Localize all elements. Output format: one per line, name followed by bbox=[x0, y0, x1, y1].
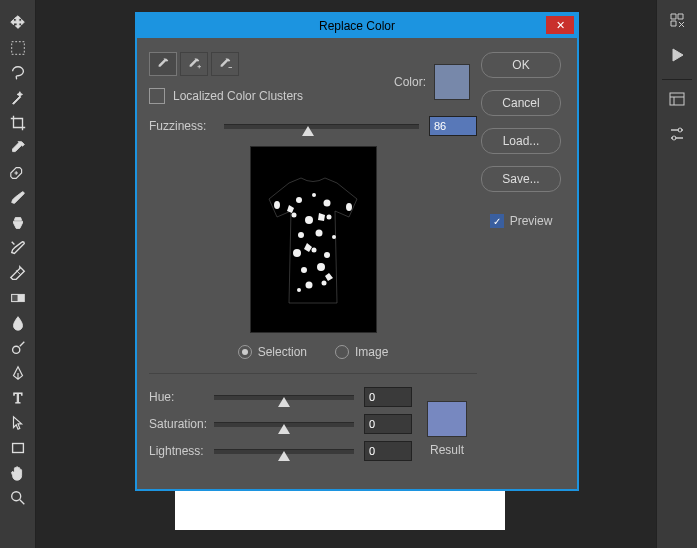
lightness-thumb[interactable] bbox=[278, 451, 290, 461]
color-label: Color: bbox=[394, 75, 426, 89]
svg-point-22 bbox=[301, 267, 307, 273]
saturation-thumb[interactable] bbox=[278, 424, 290, 434]
hue-label: Hue: bbox=[149, 390, 214, 404]
svg-point-12 bbox=[323, 200, 330, 207]
load-button[interactable]: Load... bbox=[481, 128, 561, 154]
clone-tool-icon[interactable] bbox=[0, 210, 35, 235]
svg-point-13 bbox=[291, 213, 296, 218]
right-toolbar bbox=[656, 0, 697, 548]
eyedropper-button[interactable] bbox=[149, 52, 177, 76]
svg-point-11 bbox=[312, 193, 316, 197]
svg-point-3 bbox=[12, 346, 19, 353]
svg-point-26 bbox=[297, 288, 301, 292]
svg-point-18 bbox=[332, 235, 336, 239]
magic-wand-tool-icon[interactable] bbox=[0, 85, 35, 110]
tshirt-mask-preview bbox=[259, 175, 367, 315]
lasso-tool-icon[interactable] bbox=[0, 60, 35, 85]
hsl-sliders: Hue: Saturation: Lightness: bbox=[149, 388, 417, 469]
healing-tool-icon[interactable] bbox=[0, 160, 35, 185]
fuzziness-thumb[interactable] bbox=[302, 126, 314, 136]
play-icon[interactable] bbox=[662, 40, 692, 70]
svg-point-16 bbox=[298, 232, 304, 238]
svg-point-10 bbox=[296, 197, 302, 203]
eyedropper-subtract-button[interactable] bbox=[211, 52, 239, 76]
eraser-tool-icon[interactable] bbox=[0, 260, 35, 285]
selection-radio[interactable]: Selection bbox=[238, 345, 307, 359]
saturation-row: Saturation: bbox=[149, 415, 417, 433]
selection-radio-label: Selection bbox=[258, 345, 307, 359]
result-color-swatch[interactable] bbox=[427, 401, 467, 437]
hand-tool-icon[interactable] bbox=[0, 460, 35, 485]
zoom-tool-icon[interactable] bbox=[0, 485, 35, 510]
lightness-input[interactable] bbox=[364, 441, 412, 461]
lightness-row: Lightness: bbox=[149, 442, 417, 460]
divider bbox=[662, 79, 692, 80]
selection-preview[interactable] bbox=[250, 146, 377, 333]
selection-color-swatch[interactable] bbox=[434, 64, 470, 100]
blur-tool-icon[interactable] bbox=[0, 310, 35, 335]
hue-slider[interactable] bbox=[214, 395, 354, 400]
move-tool-icon[interactable] bbox=[0, 10, 35, 35]
path-select-tool-icon[interactable] bbox=[0, 410, 35, 435]
dialog-titlebar[interactable]: Replace Color ✕ bbox=[137, 14, 577, 38]
result-label: Result bbox=[430, 443, 464, 457]
fuzziness-slider[interactable] bbox=[224, 124, 419, 129]
dialog-left-section: Color: Localized Color Clusters Fuzzines… bbox=[149, 52, 477, 469]
svg-point-23 bbox=[317, 263, 325, 271]
marquee-tool-icon[interactable] bbox=[0, 35, 35, 60]
svg-point-17 bbox=[315, 230, 322, 237]
gradient-tool-icon[interactable] bbox=[0, 285, 35, 310]
svg-point-19 bbox=[293, 249, 301, 257]
eyedropper-add-button[interactable] bbox=[180, 52, 208, 76]
preview-checkbox-row: ✓ Preview bbox=[490, 214, 553, 228]
save-button[interactable]: Save... bbox=[481, 166, 561, 192]
cancel-button[interactable]: Cancel bbox=[481, 90, 561, 116]
close-button[interactable]: ✕ bbox=[546, 16, 574, 34]
svg-rect-7 bbox=[670, 93, 684, 105]
saturation-slider[interactable] bbox=[214, 422, 354, 427]
hsl-section: Hue: Saturation: Lightness: bbox=[149, 373, 477, 469]
localized-checkbox[interactable] bbox=[149, 88, 165, 104]
history-brush-tool-icon[interactable] bbox=[0, 235, 35, 260]
svg-rect-0 bbox=[11, 41, 24, 54]
hue-thumb[interactable] bbox=[278, 397, 290, 407]
view-mode-row: Selection Image bbox=[149, 345, 477, 359]
svg-point-15 bbox=[326, 215, 331, 220]
image-radio[interactable]: Image bbox=[335, 345, 388, 359]
preview-label: Preview bbox=[510, 214, 553, 228]
settings-icon[interactable] bbox=[662, 119, 692, 149]
svg-point-24 bbox=[305, 282, 312, 289]
svg-point-6 bbox=[11, 491, 20, 500]
hue-input[interactable] bbox=[364, 387, 412, 407]
crop-tool-icon[interactable] bbox=[0, 110, 35, 135]
svg-rect-5 bbox=[12, 443, 23, 452]
panel-icon[interactable] bbox=[662, 84, 692, 114]
text-tool-icon[interactable]: T bbox=[0, 385, 35, 410]
svg-point-27 bbox=[274, 201, 280, 209]
ok-button[interactable]: OK bbox=[481, 52, 561, 78]
preview-container bbox=[149, 146, 477, 333]
collapse-panel-icon[interactable] bbox=[662, 5, 692, 35]
svg-rect-2 bbox=[11, 294, 17, 301]
svg-point-14 bbox=[305, 216, 313, 224]
rectangle-tool-icon[interactable] bbox=[0, 435, 35, 460]
preview-checkbox[interactable]: ✓ bbox=[490, 214, 504, 228]
dodge-tool-icon[interactable] bbox=[0, 335, 35, 360]
radio-icon bbox=[335, 345, 349, 359]
dialog-body: Color: Localized Color Clusters Fuzzines… bbox=[137, 38, 577, 489]
pen-tool-icon[interactable] bbox=[0, 360, 35, 385]
result-section: Result bbox=[417, 388, 477, 469]
lightness-slider[interactable] bbox=[214, 449, 354, 454]
eyedropper-tool-icon[interactable] bbox=[0, 135, 35, 160]
fuzziness-label: Fuzziness: bbox=[149, 119, 214, 133]
svg-point-25 bbox=[321, 281, 326, 286]
saturation-input[interactable] bbox=[364, 414, 412, 434]
brush-tool-icon[interactable] bbox=[0, 185, 35, 210]
close-icon: ✕ bbox=[556, 19, 565, 32]
svg-point-28 bbox=[346, 203, 352, 211]
saturation-label: Saturation: bbox=[149, 417, 214, 431]
lightness-label: Lightness: bbox=[149, 444, 214, 458]
fuzziness-input[interactable] bbox=[429, 116, 477, 136]
image-radio-label: Image bbox=[355, 345, 388, 359]
svg-point-21 bbox=[324, 252, 330, 258]
